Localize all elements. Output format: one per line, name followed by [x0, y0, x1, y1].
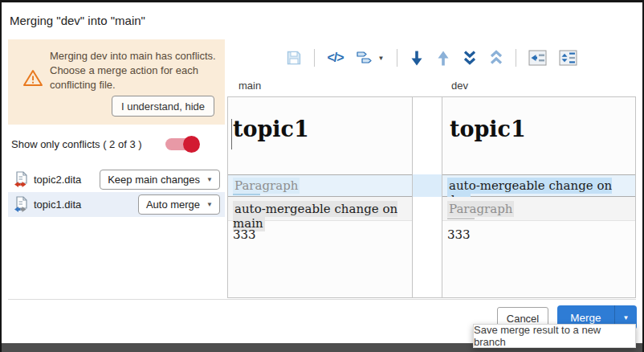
- conflict-file-icon: [14, 171, 31, 188]
- previous-conflict-icon: [489, 50, 503, 67]
- next-conflict-button[interactable]: [463, 50, 477, 67]
- xml-source-button[interactable]: </>: [327, 51, 343, 65]
- paragraph-placeholder: Paragraph: [447, 201, 514, 217]
- inserted-row[interactable]: auto-mergeable change on dev: [442, 174, 635, 197]
- warning-icon: [22, 68, 43, 88]
- toggle-knob: [183, 136, 200, 153]
- synchronized-scrolling-icon: [559, 50, 577, 66]
- next-conflict-icon: [463, 50, 477, 67]
- diff-gutter: [413, 96, 442, 298]
- chevron-down-icon: ▼: [206, 176, 213, 183]
- paragraph-placeholder: Paragraph: [233, 178, 300, 194]
- file-name: topic2.dita: [34, 174, 81, 186]
- changed-row[interactable]: auto-mergeable change on main: [228, 197, 412, 221]
- next-change-button[interactable]: [410, 50, 424, 67]
- file-name: topic1.dita: [34, 199, 81, 211]
- xml-source-icon: </>: [327, 51, 343, 65]
- chevron-down-icon: ▼: [378, 55, 385, 62]
- previous-change-icon: [436, 50, 450, 67]
- diff-pane-main[interactable]: topic1 Paragraph auto-mergeable change o…: [227, 96, 413, 298]
- previous-conflict-button[interactable]: [489, 50, 503, 67]
- merge-dropdown-tooltip: Save merge result to a new branch: [473, 324, 636, 348]
- next-change-icon: [410, 50, 424, 67]
- show-changes-panel-icon: [528, 50, 547, 66]
- show-changes-panel-button[interactable]: [528, 50, 547, 66]
- show-only-conflicts-label: Show only conflicts ( 2 of 3 ): [11, 138, 142, 150]
- save-icon: [286, 50, 302, 66]
- branch-label-dev: dev: [451, 80, 468, 92]
- inserted-row[interactable]: Paragraph: [228, 174, 412, 197]
- diff-toolbar: </> ▼: [227, 44, 636, 72]
- merge-action-select-topic2[interactable]: Keep main changes ▼: [100, 170, 220, 190]
- file-row-topic2[interactable]: topic2.dita Keep main changes ▼: [8, 167, 225, 192]
- synchronized-scrolling-button[interactable]: [559, 50, 577, 66]
- show-only-conflicts-toggle[interactable]: [165, 138, 199, 150]
- warning-message: Merging dev into main has conflicts. Cho…: [50, 49, 217, 93]
- merge-dialog: Merging "dev" into "main" Merging dev in…: [0, 0, 644, 352]
- tags-display-button[interactable]: ▼: [356, 50, 385, 66]
- toolbar-separator: [314, 49, 315, 67]
- conflict-warning-banner: Merging dev into main has conflicts. Cho…: [8, 39, 225, 125]
- save-button[interactable]: [286, 50, 302, 66]
- unchanged-text: 333: [233, 227, 256, 242]
- tags-display-icon: [356, 50, 376, 66]
- change-underline: [447, 218, 475, 219]
- change-underline: [233, 194, 260, 195]
- branch-label-main: main: [238, 80, 261, 92]
- auto-merge-file-icon: [14, 196, 31, 213]
- understand-hide-button[interactable]: I understand, hide: [112, 96, 214, 117]
- chevron-down-icon: ▼: [623, 314, 630, 321]
- dialog-title: Merging "dev" into "main": [10, 14, 145, 27]
- diff-connector: [413, 174, 442, 197]
- tooltip-text: Save merge result to a new branch: [474, 324, 635, 348]
- toolbar-separator: [516, 49, 516, 67]
- topic-heading: topic1: [450, 117, 526, 141]
- text-cursor: [231, 119, 232, 149]
- unchanged-text: 333: [447, 227, 471, 242]
- chevron-down-icon: ▼: [206, 201, 213, 208]
- merge-action-value: Keep main changes: [108, 174, 200, 186]
- merge-action-value: Auto merge: [146, 199, 200, 211]
- file-row-topic1[interactable]: topic1.dita Auto merge ▼: [8, 192, 225, 217]
- changed-row[interactable]: Paragraph: [442, 197, 635, 221]
- diff-pane-dev[interactable]: topic1 auto-mergeable change on dev Para…: [442, 96, 636, 298]
- topic-heading: topic1: [233, 117, 309, 141]
- toolbar-separator: [397, 49, 397, 67]
- merge-action-select-topic1[interactable]: Auto merge ▼: [138, 194, 220, 215]
- previous-change-button[interactable]: [436, 50, 450, 67]
- changed-text: auto-mergeable change on main: [233, 201, 397, 231]
- content-divider: [8, 299, 636, 300]
